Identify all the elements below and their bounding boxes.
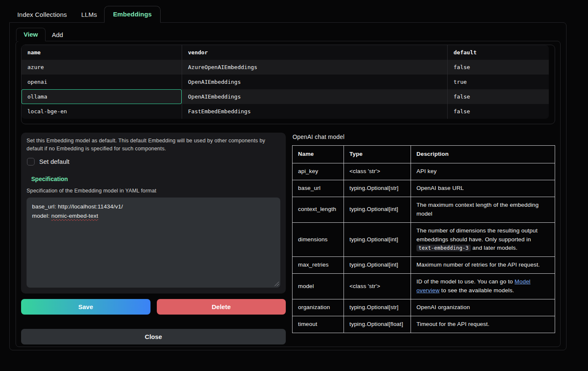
param-row-api-key: api_key <class 'str'> API key [293,163,555,180]
param-name: organization [293,299,344,316]
column-header-name: name [21,45,182,60]
cell-default: true [447,75,549,89]
embedding-form-panel: Set this Embedding model as default. Thi… [21,133,286,294]
param-description: The number of dimensions the resulting o… [411,222,555,257]
action-button-row: Save Delete [21,299,286,315]
set-default-description: Set this Embedding model as default. Thi… [27,137,280,153]
embeddings-table-container: name vendor default azure AzureOpenAIEmb… [21,45,555,124]
param-row-dimensions: dimensions typing.Optional[int] The numb… [293,222,555,257]
embedding-detail-column: Set this Embedding model as default. Thi… [21,133,286,344]
cell-vendor: FastEmbedEmbeddings [182,104,447,119]
param-type: typing.Optional[float] [344,316,411,333]
param-name: dimensions [293,222,344,257]
param-description: OpenAI organization [411,299,555,316]
param-name: api_key [293,163,344,180]
param-row-max-retries: max_retries typing.Optional[int] Maximum… [293,257,555,274]
cell-name: openai [21,75,182,89]
param-row-timeout: timeout typing.Optional[float] Timeout f… [293,316,555,333]
cell-default: false [447,104,549,119]
embeddings-row-openai[interactable]: openai OpenAIEmbeddings true [21,75,549,89]
param-type: typing.Optional[str] [344,180,411,197]
column-header-param-name: Name [293,146,344,163]
param-name: base_url [293,180,344,197]
embeddings-header-row: name vendor default [21,45,549,60]
column-header-vendor: vendor [182,45,447,60]
delete-button[interactable]: Delete [157,299,286,315]
param-description: API key [411,163,555,180]
param-description: ID of the model to use. You can go to Mo… [411,274,555,299]
param-description: Timeout for the API request. [411,316,555,333]
cell-name: azure [21,60,182,75]
tab-view[interactable]: View [16,28,46,41]
close-button[interactable]: Close [21,329,286,344]
embeddings-row-ollama[interactable]: ollama OpenAIEmbeddings false [21,89,549,104]
misspelled-word: nomic-embed-text [51,213,98,219]
column-header-default: default [447,45,549,60]
cell-default: false [447,60,549,75]
cell-vendor: OpenAIEmbeddings [182,75,447,89]
sub-tab-bar: View Add [16,28,561,41]
code-chip: text-embedding-3 [416,245,471,251]
param-type: typing.Optional[str] [344,299,411,316]
cell-default: false [447,89,549,104]
model-params-table: Name Type Description api_key <class 'st… [292,145,555,333]
cell-name: local-bge-en [21,104,182,119]
resize-handle-icon[interactable] [274,282,279,286]
yaml-line: model: nomic-embed-text [32,211,275,221]
embeddings-panel: View Add name vendor default [9,22,567,350]
param-row-model: model <class 'str'> ID of the model to u… [293,274,555,299]
set-default-checkbox[interactable] [27,158,35,165]
cell-name-selected: ollama [21,89,182,104]
param-description: Maximum number of retries for the API re… [411,257,555,274]
yaml-spec-editor[interactable]: base_url: http://localhost:11434/v1/ mod… [27,198,280,288]
param-type: <class 'str'> [344,163,411,180]
param-type: <class 'str'> [344,274,411,299]
save-button[interactable]: Save [21,299,150,315]
embeddings-row-azure[interactable]: azure AzureOpenAIEmbeddings false [21,60,549,75]
param-type: typing.Optional[int] [344,257,411,274]
param-description: The maximum context length of the embedd… [411,197,555,222]
set-default-row: Set default [27,158,280,165]
specification-subtitle: Specification of the Embedding model in … [27,188,280,194]
param-name: timeout [293,316,344,333]
cell-vendor: OpenAIEmbeddings [182,89,447,104]
cell-vendor: AzureOpenAIEmbeddings [182,60,447,75]
tab-llms[interactable]: LLMs [74,7,104,22]
main-tab-bar: Index Collections LLMs Embeddings [0,0,588,22]
embeddings-table: name vendor default azure AzureOpenAIEmb… [21,45,549,119]
model-info-column: OpenAI chat model Name Type Description … [292,133,555,344]
specification-heading: Specification [31,176,280,182]
column-header-param-type: Type [344,146,411,163]
view-panel: name vendor default azure AzureOpenAIEmb… [16,41,561,347]
model-params-header-row: Name Type Description [293,146,555,163]
model-info-title: OpenAI chat model [293,133,555,140]
param-name: model [293,274,344,299]
tab-embeddings[interactable]: Embeddings [104,6,161,23]
yaml-line: base_url: http://localhost:11434/v1/ [32,202,275,211]
column-header-param-description: Description [411,146,555,163]
embeddings-row-local-bge-en[interactable]: local-bge-en FastEmbedEmbeddings false [21,104,549,119]
param-name: max_retries [293,257,344,274]
set-default-label: Set default [39,158,70,165]
param-type: typing.Optional[int] [344,222,411,257]
tab-index-collections[interactable]: Index Collections [10,7,74,22]
param-name: context_length [293,197,344,222]
param-description: OpenAI base URL [411,180,555,197]
param-row-context-length: context_length typing.Optional[int] The … [293,197,555,222]
param-row-organization: organization typing.Optional[str] OpenAI… [293,299,555,316]
tab-add[interactable]: Add [46,29,70,41]
param-type: typing.Optional[int] [344,197,411,222]
param-row-base-url: base_url typing.Optional[str] OpenAI bas… [293,180,555,197]
